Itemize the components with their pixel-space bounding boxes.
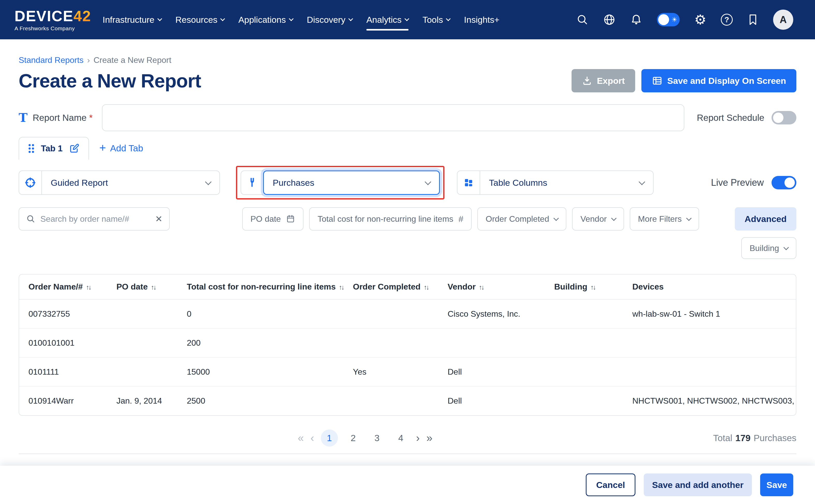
notifications-bell-icon[interactable] bbox=[630, 13, 642, 26]
next-page-button[interactable]: › bbox=[416, 433, 420, 443]
edit-tab-icon[interactable] bbox=[69, 143, 80, 154]
filter-chips: PO date Total cost for non-recurring lin… bbox=[242, 207, 699, 231]
nav-item[interactable]: Discovery bbox=[307, 11, 352, 28]
chevron-down-icon bbox=[289, 16, 293, 21]
text-format-icon: T bbox=[19, 111, 27, 125]
nav-item[interactable]: Applications bbox=[238, 11, 293, 28]
filter-chip-label: PO date bbox=[250, 214, 281, 224]
object-dropdown[interactable]: Purchases bbox=[241, 171, 440, 195]
breadcrumb-standard-reports-link[interactable]: Standard Reports bbox=[19, 55, 84, 65]
table-column-header[interactable]: PO date↑↓ bbox=[107, 275, 177, 299]
report-type-value: Guided Report bbox=[51, 178, 108, 188]
chevron-down-icon bbox=[639, 179, 645, 185]
table-columns-value: Table Columns bbox=[489, 178, 547, 188]
filter-chip[interactable]: Total cost for non-recurring line items … bbox=[309, 207, 472, 231]
cancel-button[interactable]: Cancel bbox=[586, 473, 635, 496]
table-columns-dropdown[interactable]: Table Columns bbox=[457, 171, 654, 195]
live-preview-toggle[interactable] bbox=[772, 176, 796, 189]
building-filter-chip[interactable]: Building bbox=[741, 237, 796, 259]
filter-chip[interactable]: Order Completed bbox=[477, 207, 566, 231]
add-tab-button[interactable]: + Add Tab bbox=[99, 137, 143, 160]
nav-item[interactable]: Analytics bbox=[366, 11, 409, 28]
sort-icon[interactable]: ↑↓ bbox=[151, 283, 155, 291]
last-page-button[interactable]: » bbox=[426, 433, 432, 443]
chevron-down-icon bbox=[553, 215, 559, 221]
nav-item[interactable]: Tools bbox=[423, 11, 450, 28]
divider bbox=[19, 454, 796, 454]
nav-item[interactable]: Infrastructure bbox=[102, 11, 161, 28]
main-nav: InfrastructureResourcesApplicationsDisco… bbox=[102, 11, 499, 28]
table-row: 0100101001200 bbox=[19, 328, 796, 357]
settings-gear-icon[interactable]: ⚙ bbox=[694, 13, 706, 26]
sort-icon[interactable]: ↑↓ bbox=[339, 283, 343, 291]
save-button[interactable]: Save bbox=[760, 473, 793, 496]
breadcrumb-separator: › bbox=[87, 55, 90, 65]
logo-tagline: A Freshworks Company bbox=[14, 26, 91, 31]
chevron-down-icon bbox=[220, 16, 225, 21]
sort-icon[interactable]: ↑↓ bbox=[424, 283, 428, 291]
nav-item-label: Applications bbox=[238, 15, 286, 25]
help-icon[interactable]: ? bbox=[721, 14, 733, 26]
filter-chip[interactable]: PO date bbox=[242, 207, 303, 231]
logo-wordmark: DEVICE42 bbox=[14, 9, 91, 24]
table-icon bbox=[652, 75, 663, 86]
page-number-button[interactable]: 2 bbox=[345, 429, 362, 447]
page-number-button[interactable]: 4 bbox=[392, 429, 409, 447]
filter-chip[interactable]: More Filters bbox=[630, 207, 699, 231]
tab-1-label: Tab 1 bbox=[41, 144, 63, 153]
previous-page-button[interactable]: ‹ bbox=[310, 433, 314, 443]
nav-item-label: Infrastructure bbox=[102, 15, 154, 25]
download-icon bbox=[582, 76, 592, 86]
table-row: 010914WarrJan. 9, 20142500 Dell NHCTWS00… bbox=[19, 386, 796, 415]
search-input[interactable] bbox=[40, 214, 151, 224]
table-column-header[interactable]: Order Name/#↑↓ bbox=[19, 275, 107, 299]
nav-item[interactable]: Resources bbox=[175, 11, 225, 28]
table-column-header[interactable]: Building↑↓ bbox=[545, 275, 623, 299]
bookmark-icon[interactable] bbox=[747, 13, 759, 26]
chevron-down-icon bbox=[611, 215, 617, 221]
pagination: « ‹ 1234 › » bbox=[298, 429, 433, 447]
sort-icon[interactable]: ↑↓ bbox=[86, 283, 91, 291]
tab-1[interactable]: Tab 1 bbox=[19, 137, 89, 160]
save-and-add-another-button[interactable]: Save and add another bbox=[644, 473, 752, 496]
theme-toggle[interactable]: ☀ bbox=[657, 13, 680, 26]
search-icon bbox=[26, 214, 36, 224]
table-column-header[interactable]: Total cost for non-recurring line items↑… bbox=[177, 275, 344, 299]
table-column-header: Devices bbox=[623, 275, 796, 299]
plus-icon: + bbox=[99, 142, 106, 153]
device42-logo[interactable]: DEVICE42 A Freshworks Company bbox=[14, 9, 91, 31]
nav-item[interactable]: Insights+ bbox=[464, 11, 499, 28]
export-button[interactable]: Export bbox=[572, 69, 635, 92]
target-icon bbox=[19, 171, 42, 194]
theme-toggle-knob bbox=[658, 14, 669, 25]
page-number-button[interactable]: 1 bbox=[321, 429, 338, 447]
column-label: Devices bbox=[632, 282, 664, 291]
search-box: ✕ bbox=[19, 207, 170, 231]
page-number-button[interactable]: 3 bbox=[368, 429, 386, 447]
search-icon[interactable] bbox=[576, 13, 589, 26]
advanced-filters-button[interactable]: Advanced bbox=[735, 207, 796, 231]
table-column-header[interactable]: Vendor↑↓ bbox=[438, 275, 545, 299]
sort-icon[interactable]: ↑↓ bbox=[479, 283, 483, 291]
report-schedule-toggle[interactable] bbox=[772, 111, 796, 124]
user-avatar[interactable]: A bbox=[773, 10, 793, 30]
clear-search-icon[interactable]: ✕ bbox=[155, 214, 163, 224]
wrench-icon bbox=[241, 171, 263, 195]
table-column-header[interactable]: Order Completed↑↓ bbox=[344, 275, 438, 299]
chevron-down-icon bbox=[348, 16, 353, 21]
chevron-down-icon bbox=[425, 179, 431, 185]
chevron-down-icon bbox=[404, 16, 409, 21]
filter-chip[interactable]: Vendor bbox=[572, 207, 624, 231]
report-name-input[interactable] bbox=[102, 104, 684, 131]
report-type-dropdown[interactable]: Guided Report bbox=[19, 171, 220, 195]
column-label: Order Completed bbox=[353, 282, 420, 291]
column-label: Building bbox=[554, 282, 587, 291]
chevron-down-icon bbox=[783, 244, 789, 250]
filter-chip-label: Order Completed bbox=[486, 214, 549, 224]
breadcrumb: Standard Reports › Create a New Report bbox=[19, 55, 796, 65]
first-page-button[interactable]: « bbox=[298, 433, 304, 443]
drag-handle-icon[interactable] bbox=[28, 144, 35, 153]
globe-icon[interactable] bbox=[603, 13, 616, 26]
save-and-display-button[interactable]: Save and Display On Screen bbox=[641, 69, 796, 92]
sort-icon[interactable]: ↑↓ bbox=[590, 283, 595, 291]
